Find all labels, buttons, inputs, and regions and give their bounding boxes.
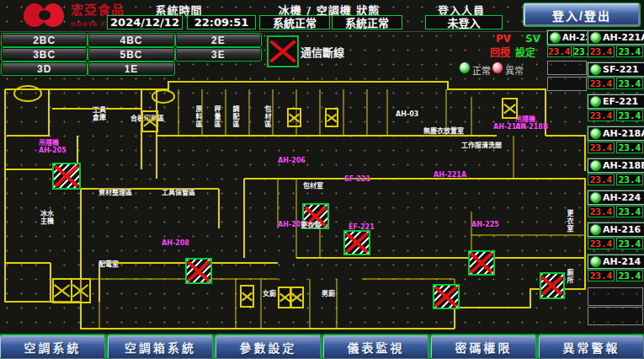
unit-name-AH-225[interactable]: AH-225 xyxy=(547,30,588,45)
floor-button-3D[interactable]: 3D xyxy=(2,62,87,75)
floor-button-2E[interactable]: 2E xyxy=(176,34,261,46)
pv-value: 23.4 xyxy=(547,46,572,57)
unit-values-SF-221: 23.423.4 xyxy=(588,78,643,89)
unit-values-AH-218B: 23.423.4 xyxy=(588,174,643,185)
room-label: 包材室 xyxy=(303,182,323,190)
unit-lamp-icon xyxy=(590,192,601,203)
unit-name-AH-216[interactable]: AH-216 xyxy=(588,222,644,237)
unit-values-EF-221: 23.423.4 xyxy=(588,110,643,121)
shaft-x-icon xyxy=(141,110,158,132)
unit-name-AH-218B[interactable]: AH-218B xyxy=(588,158,644,173)
room-label: 工具保管區 xyxy=(162,189,195,196)
pv-value: 23.4 xyxy=(588,110,615,121)
room-label: 配電室 xyxy=(98,260,119,268)
equipment-tag-label: 吊隱機 AH-205 xyxy=(39,139,67,154)
equipment-tag-label: EF-221 xyxy=(349,223,375,231)
pv-desc-label: 回授 xyxy=(490,45,510,59)
equipment-tag-label: AH-208 xyxy=(162,239,189,247)
unit-values-AH-224: 23.423.4 xyxy=(588,206,643,217)
room-label: 男廁 xyxy=(322,290,335,297)
unit-name-AH-221A[interactable]: AH-221A xyxy=(588,30,644,45)
equipment-offline-marker[interactable] xyxy=(52,163,81,190)
shaft-x-icon xyxy=(71,278,91,303)
equipment-offline-marker[interactable] xyxy=(540,272,565,299)
unit-lamp-icon xyxy=(590,160,601,171)
unit-values-AH-218A: 23.423.4 xyxy=(588,142,643,153)
unit-lamp-icon xyxy=(590,64,601,75)
nav-button-空調箱系統[interactable]: 空調箱系統 xyxy=(108,335,213,359)
equipment-tag-label: SF-221 xyxy=(344,175,370,183)
sv-label: SV xyxy=(525,33,540,45)
room-label: 包材區 xyxy=(263,105,271,128)
shaft-x-icon xyxy=(325,108,338,127)
room-label: 冰水 主機 xyxy=(40,210,54,225)
pv-value: 23.4 xyxy=(588,238,615,249)
room-label: AH-03 xyxy=(396,110,418,118)
unit-name-SF-221[interactable]: SF-221 xyxy=(588,62,644,77)
equipment-offline-marker[interactable] xyxy=(433,284,460,309)
stair-icon xyxy=(13,85,42,102)
login-logout-button[interactable]: 登入/登出 xyxy=(524,3,640,26)
unit-values-AH-225: 23.4 23.4 xyxy=(547,46,587,57)
ahu-status-value: 系統正常 xyxy=(332,15,402,29)
equipment-offline-marker[interactable] xyxy=(468,250,495,276)
unit-values-AH-214: 23.423.4 xyxy=(588,270,643,281)
nav-button-空調系統[interactable]: 空調系統 xyxy=(0,335,105,359)
sv-value: 23.4 xyxy=(616,142,643,153)
sv-value: 23.4 xyxy=(616,174,643,185)
floor-button-3E[interactable]: 3E xyxy=(176,48,261,61)
equipment-offline-marker[interactable] xyxy=(185,258,212,284)
room-label: 女廁 xyxy=(263,290,276,297)
abnormal-label: 異常 xyxy=(505,63,524,77)
unit-lamp-icon xyxy=(590,32,601,43)
header: 宏亞食品 HUNYA FOODS 系統時間 2024/12/12 22:09:5… xyxy=(0,0,644,32)
room-label: 原料區 xyxy=(194,105,202,128)
unit-lamp-icon xyxy=(590,224,601,235)
pv-value: 23.4 xyxy=(588,174,615,185)
room-label: 工具 倉庫 xyxy=(93,106,106,121)
sv-value: 23.4 xyxy=(616,206,643,217)
nav-button-密碼權限[interactable]: 密碼權限 xyxy=(431,335,536,359)
pv-value: 23.4 xyxy=(588,78,615,89)
sv-value: 23.4 xyxy=(616,238,643,249)
room-label: 工作服清洗間 xyxy=(461,142,502,149)
unit-name-label: AH-214 xyxy=(603,256,641,267)
unit-values-AH-216: 23.423.4 xyxy=(588,238,643,249)
floor-button-4BC[interactable]: 4BC xyxy=(88,34,173,46)
sv-value: 23.4 xyxy=(616,270,643,281)
shaft-x-icon xyxy=(52,278,72,303)
equipment-offline-marker[interactable] xyxy=(343,230,370,255)
unit-name-label: AH-218A xyxy=(603,128,644,139)
room-label: 秤量區 xyxy=(213,105,221,128)
stair-icon xyxy=(152,89,175,104)
unit-name-label: EF-221 xyxy=(603,96,638,107)
floor-button-1E[interactable]: 1E xyxy=(88,62,173,75)
unit-name-EF-221[interactable]: EF-221 xyxy=(588,94,644,109)
normal-lamp-icon xyxy=(459,62,471,74)
unit-lamp-icon xyxy=(590,256,601,267)
pv-value: 23.4 xyxy=(588,46,615,57)
sv-desc-label: 設定 xyxy=(515,45,535,59)
unit-name-AH-218A[interactable]: AH-218A xyxy=(588,126,644,141)
unit-lamp-icon xyxy=(550,32,561,43)
floor-button-2BC[interactable]: 2BC xyxy=(2,34,87,46)
logo-icon xyxy=(24,3,67,29)
nav-button-儀表監視[interactable]: 儀表監視 xyxy=(323,335,428,359)
sv-value: 23.4 xyxy=(616,110,643,121)
system-time-value: 22:09:51 xyxy=(187,15,256,29)
pv-label: PV xyxy=(496,33,511,45)
normal-label: 正常 xyxy=(472,63,491,77)
nav-button-參數設定[interactable]: 參數設定 xyxy=(216,335,321,359)
unit-values-AH-221A: 23.423.4 xyxy=(588,46,643,57)
room-label: 廁所 xyxy=(566,269,573,284)
pv-value: 23.4 xyxy=(588,270,615,281)
unit-name-AH-214[interactable]: AH-214 xyxy=(588,255,644,269)
floor-button-3BC[interactable]: 3BC xyxy=(2,48,87,61)
shaft-x-icon xyxy=(240,285,254,308)
equipment-tag-label: AH-225 xyxy=(471,221,499,228)
unit-name-AH-224[interactable]: AH-224 xyxy=(588,190,644,205)
nav-button-異常警報[interactable]: 異常警報 xyxy=(539,335,644,359)
panel-empty-slot xyxy=(547,61,587,75)
floor-button-5BC[interactable]: 5BC xyxy=(88,48,173,61)
pv-value: 23.4 xyxy=(588,206,615,217)
